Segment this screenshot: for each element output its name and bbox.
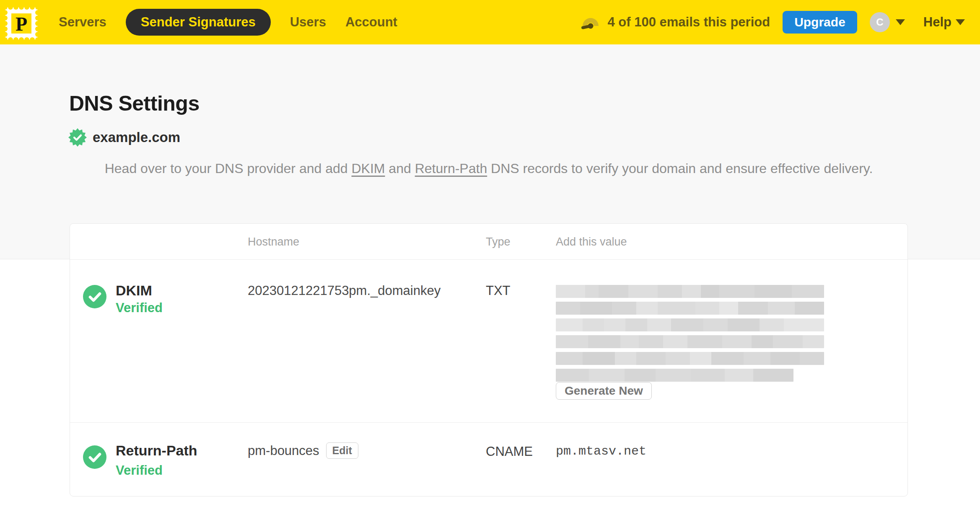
logo-letter: P bbox=[16, 13, 27, 35]
table-header-row: Hostname Type Add this value bbox=[70, 224, 907, 260]
redacted-line bbox=[556, 352, 824, 365]
status-badge: Verified bbox=[116, 300, 163, 315]
column-header-hostname: Hostname bbox=[248, 224, 299, 260]
value-cell: pm.mtasv.net bbox=[556, 444, 646, 458]
verified-seal-icon bbox=[68, 128, 87, 147]
primary-nav: Servers Sender Signatures Users Account bbox=[59, 9, 397, 36]
status-badge: Verified bbox=[116, 463, 163, 478]
chevron-down-icon bbox=[896, 19, 905, 25]
postmark-stamp-logo[interactable]: P bbox=[5, 7, 38, 40]
redacted-line bbox=[556, 318, 824, 331]
redacted-line bbox=[556, 302, 824, 315]
navbar-right-cluster: 4 of 100 emails this period Upgrade C He… bbox=[580, 11, 965, 34]
nav-item-sender-signatures[interactable]: Sender Signatures bbox=[126, 9, 271, 36]
redacted-line bbox=[556, 369, 793, 382]
domain-name: example.com bbox=[93, 129, 180, 145]
return-path-link[interactable]: Return-Path bbox=[415, 161, 487, 176]
type-cell: CNAME bbox=[486, 444, 533, 459]
verified-check-icon bbox=[83, 285, 106, 308]
help-label: Help bbox=[923, 15, 951, 30]
intro-text: Head over to your DNS provider and add D… bbox=[70, 158, 908, 178]
usage-counter: 4 of 100 emails this period bbox=[607, 15, 770, 30]
column-header-type: Type bbox=[486, 224, 511, 260]
intro-part1: Head over to your DNS provider and add bbox=[105, 161, 352, 176]
record-name: DKIM bbox=[116, 282, 152, 299]
main-content: DNS Settings example.com Head over to yo… bbox=[0, 44, 980, 512]
avatar: C bbox=[870, 12, 890, 32]
table-row-dkim: DKIM Verified 20230121221753pm._domainke… bbox=[70, 260, 907, 423]
top-navbar: P Servers Sender Signatures Users Accoun… bbox=[0, 0, 980, 44]
type-cell: TXT bbox=[486, 283, 511, 298]
hostname-cell: pm-bounces Edit bbox=[248, 442, 358, 459]
dns-records-card: Hostname Type Add this value DKIM Verifi… bbox=[70, 223, 908, 496]
generate-new-button[interactable]: Generate New bbox=[556, 382, 652, 400]
table-row-return-path: Return-Path Verified pm-bounces Edit CNA… bbox=[70, 423, 907, 496]
domain-row: example.com bbox=[68, 128, 980, 147]
hostname-text: pm-bounces bbox=[248, 443, 319, 458]
nav-item-servers[interactable]: Servers bbox=[59, 15, 106, 30]
account-menu[interactable]: C bbox=[870, 12, 905, 32]
column-header-value: Add this value bbox=[556, 224, 627, 260]
hostname-cell: 20230121221753pm._domainkey bbox=[248, 283, 441, 298]
nav-item-account[interactable]: Account bbox=[345, 15, 397, 30]
redacted-line bbox=[556, 335, 824, 348]
redacted-line bbox=[556, 285, 824, 298]
page: P Servers Sender Signatures Users Accoun… bbox=[0, 0, 980, 512]
dkim-link[interactable]: DKIM bbox=[351, 161, 385, 176]
chevron-down-icon bbox=[956, 19, 965, 25]
verified-check-icon bbox=[83, 445, 106, 469]
upgrade-button[interactable]: Upgrade bbox=[783, 11, 857, 34]
intro-part3: DNS records to verify your domain and en… bbox=[487, 161, 873, 176]
edit-button[interactable]: Edit bbox=[326, 442, 358, 459]
intro-part2: and bbox=[385, 161, 415, 176]
help-menu[interactable]: Help bbox=[923, 15, 965, 30]
page-title: DNS Settings bbox=[69, 91, 980, 116]
record-name: Return-Path bbox=[116, 442, 197, 459]
usage-gauge-icon bbox=[580, 13, 601, 32]
nav-item-users[interactable]: Users bbox=[290, 15, 326, 30]
redacted-dns-value bbox=[556, 285, 824, 382]
